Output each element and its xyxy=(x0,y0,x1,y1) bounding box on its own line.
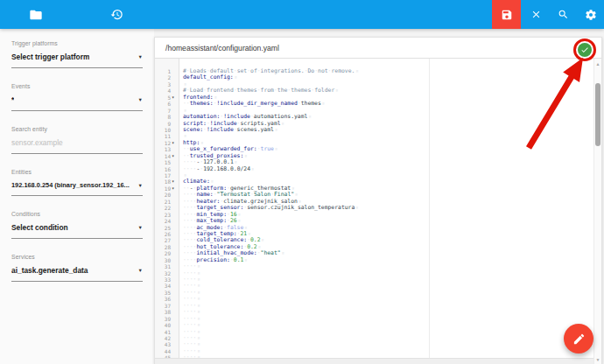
code-line[interactable]: 36····¤ xyxy=(155,296,593,302)
line-number: 10 xyxy=(155,127,171,133)
sidebar-field-conditions: ConditionsSelect condition▼ xyxy=(11,211,143,239)
fold-marker-icon[interactable]: ▾ xyxy=(172,186,179,192)
code-editor[interactable]: 1#·Loads·default·set·of·integrations.·Do… xyxy=(155,59,593,364)
history-icon[interactable] xyxy=(105,4,128,26)
services-select[interactable]: ai_task.generate_data▼ xyxy=(11,266,143,282)
settings-gear-icon[interactable] xyxy=(577,0,604,29)
code-line[interactable]: 33····¤ xyxy=(155,276,593,283)
search-icon[interactable] xyxy=(550,0,577,29)
line-number: 28 xyxy=(155,244,171,250)
eol-marker: ¤ xyxy=(197,283,200,288)
eol-marker: ¤ xyxy=(235,159,237,164)
code-line[interactable]: 30····precision:·0.1¤ xyxy=(155,257,593,263)
toolbar-actions xyxy=(492,0,604,29)
eol-marker: ¤ xyxy=(355,68,358,74)
eol-marker: ¤ xyxy=(197,290,200,295)
valid-check-icon[interactable] xyxy=(578,43,592,57)
eol-marker: ¤ xyxy=(244,225,247,230)
code-line[interactable]: 10scene:·!include·scenes.yaml¤ xyxy=(155,127,593,133)
dropdown-caret-icon: ▼ xyxy=(138,54,143,60)
eol-marker: ¤ xyxy=(275,146,277,151)
eol-marker: ¤ xyxy=(200,140,203,145)
line-number: 13 xyxy=(155,146,171,152)
line-number: 32 xyxy=(155,270,171,276)
line-number: 5 xyxy=(155,94,171,101)
eol-marker: ¤ xyxy=(244,257,247,262)
code-line[interactable]: 31····¤ xyxy=(155,263,593,270)
line-number: 37 xyxy=(155,303,171,309)
conditions-select[interactable]: Select condition▼ xyxy=(11,223,143,239)
eol-marker: ¤ xyxy=(197,303,200,308)
app-window: Trigger platformsSelect trigger platform… xyxy=(0,0,604,364)
field-label: Services xyxy=(11,254,143,260)
code-line[interactable]: 35····¤ xyxy=(155,290,593,296)
field-value: sensor.example xyxy=(11,138,63,147)
eol-marker: ¤ xyxy=(197,316,200,321)
folder-icon[interactable] xyxy=(25,4,47,26)
trigger-platforms-select[interactable]: Select trigger platform▼ xyxy=(11,52,143,68)
eol-marker: ¤ xyxy=(262,237,264,242)
fold-marker-icon[interactable]: ▾ xyxy=(172,140,179,146)
line-number: 25 xyxy=(155,225,171,231)
line-number: 15 xyxy=(155,159,171,165)
line-number: 29 xyxy=(155,250,171,256)
eol-marker: ¤ xyxy=(197,341,200,346)
scroll-up-icon[interactable]: ▲ xyxy=(594,61,601,66)
code-line[interactable]: 17¤ xyxy=(155,172,593,178)
line-number: 19 xyxy=(155,186,171,192)
horizontal-scrollbar[interactable] xyxy=(155,358,593,364)
line-number: 20 xyxy=(155,192,171,198)
fold-marker-icon[interactable]: ▾ xyxy=(172,178,179,185)
top-toolbar xyxy=(0,0,604,29)
eol-marker: ¤ xyxy=(184,81,186,87)
entities-select[interactable]: 192.168.0.254 (binary_sensor.192_16...▼ xyxy=(11,181,143,196)
code-line[interactable]: 6··themes:·!include_dir_merge_named·them… xyxy=(155,101,593,107)
events-select[interactable]: *▼ xyxy=(11,95,143,111)
fold-marker-icon[interactable]: ▾ xyxy=(172,153,179,159)
code-line[interactable]: 43····¤ xyxy=(155,341,593,347)
code-line[interactable]: 32····¤ xyxy=(155,270,593,276)
eol-marker: ¤ xyxy=(258,244,261,249)
line-number: 7 xyxy=(155,108,171,114)
code-line[interactable]: 42····¤ xyxy=(155,335,593,341)
edit-fab-button[interactable] xyxy=(564,324,593,354)
eol-marker: ¤ xyxy=(197,263,200,269)
code-line[interactable]: 37····¤ xyxy=(155,303,593,309)
eol-marker: ¤ xyxy=(355,205,358,210)
line-number: 21 xyxy=(155,199,171,205)
line-number: 12 xyxy=(155,140,171,146)
eol-marker: ¤ xyxy=(197,348,200,354)
eol-marker: ¤ xyxy=(235,74,237,80)
code-line[interactable]: 16····-·192.168.0.0/24¤ xyxy=(155,166,593,172)
code-line[interactable]: 41····¤ xyxy=(155,329,593,335)
vertical-scrollbar[interactable]: ▲ ▼ xyxy=(593,59,601,364)
eol-marker: ¤ xyxy=(282,121,284,126)
code-line[interactable]: 4#·Load·frontend·themes·from·the·themes·… xyxy=(155,88,593,94)
sidebar-field-entities: Entities192.168.0.254 (binary_sensor.192… xyxy=(11,169,143,196)
eol-marker: ¤ xyxy=(291,186,294,191)
fold-marker-icon[interactable]: ▾ xyxy=(172,94,179,101)
code-line[interactable]: 2default_config:¤ xyxy=(155,74,593,80)
scroll-down-icon[interactable]: ▼ xyxy=(594,357,601,362)
field-value: ai_task.generate_data xyxy=(11,266,88,275)
eol-marker: ¤ xyxy=(244,153,247,158)
sidebar-field-events: Events*▼ xyxy=(11,83,143,111)
dropdown-caret-icon: ▼ xyxy=(138,268,143,273)
eol-marker: ¤ xyxy=(295,192,298,197)
close-icon[interactable] xyxy=(523,0,550,29)
save-button[interactable] xyxy=(492,0,521,29)
line-number: 24 xyxy=(155,218,171,224)
search-entity-input[interactable]: sensor.example xyxy=(11,138,143,154)
code-line[interactable]: 38····¤ xyxy=(155,309,593,315)
code-line[interactable]: 44····¤ xyxy=(155,348,593,354)
sidebar-field-services: Servicesai_task.generate_data▼ xyxy=(11,254,143,282)
field-value: * xyxy=(11,95,14,104)
code-line[interactable]: 11¤ xyxy=(155,133,593,139)
field-value: 192.168.0.254 (binary_sensor.192_16... xyxy=(11,181,130,189)
vertical-scrollbar-thumb[interactable] xyxy=(595,83,600,146)
line-number: 11 xyxy=(155,133,171,139)
code-line[interactable]: 34····¤ xyxy=(155,283,593,289)
code-line[interactable]: 39····¤ xyxy=(155,316,593,322)
code-line[interactable]: 40····¤ xyxy=(155,322,593,328)
eol-marker: ¤ xyxy=(197,270,200,276)
